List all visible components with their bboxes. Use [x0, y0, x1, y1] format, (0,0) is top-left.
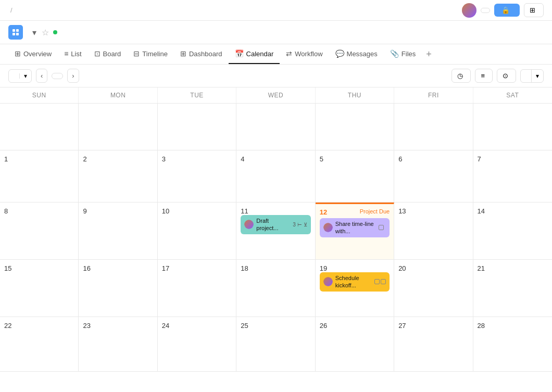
board-icon: ⊡	[94, 49, 101, 58]
cal-cell-dec22[interactable]: 22	[0, 317, 79, 372]
customize-icon: ⊞	[530, 6, 535, 14]
cal-cell-dec9[interactable]: 9	[79, 203, 157, 260]
lock-icon: 🔒	[501, 6, 510, 14]
tab-overview-label: Overview	[23, 50, 52, 58]
toolbar: ▾ ‹ › ◷ ≡ ⊙ ▾	[0, 65, 552, 87]
next-month-button[interactable]: ›	[67, 69, 79, 83]
share-button[interactable]: 🔒	[494, 4, 520, 17]
tab-dashboard[interactable]: ⊞ Dashboard	[174, 44, 229, 64]
save-view-button[interactable]	[521, 70, 532, 82]
schedule-task-text: Schedule kickoff...	[335, 274, 372, 289]
cal-cell-dec16[interactable]: 16	[79, 260, 157, 317]
cal-cell-dec24[interactable]: 24	[158, 317, 236, 372]
cal-cell-dec26[interactable]: 26	[316, 317, 394, 372]
svg-rect-0	[12, 29, 15, 32]
cal-cell-w0-tue[interactable]	[158, 104, 236, 150]
calendar-week-1: 1 2 3 4 5 6 7	[0, 150, 552, 203]
add-view-button[interactable]: +	[422, 49, 436, 60]
tab-list[interactable]: ≡ List	[58, 44, 87, 64]
day-header-fri: FRI	[394, 87, 473, 103]
cal-cell-dec13[interactable]: 13	[394, 203, 473, 260]
cal-cell-dec12[interactable]: 12 Project Due Share time-line with...	[316, 203, 394, 260]
calendar-icon: 📅	[235, 49, 244, 58]
options-button[interactable]: ⊙	[497, 69, 516, 83]
cal-cell-dec8[interactable]: 8	[0, 203, 79, 260]
cal-cell-dec19[interactable]: 19 Schedule kickoff...	[316, 260, 394, 317]
tab-overview[interactable]: ⊞ Overview	[8, 44, 58, 64]
day-header-tue: TUE	[158, 87, 236, 103]
add-task-button[interactable]: ▾	[8, 69, 32, 83]
cal-cell-dec15[interactable]: 15	[0, 260, 79, 317]
cal-cell-dec21[interactable]: 21	[473, 260, 552, 317]
workflow-icon: ⇄	[286, 49, 292, 58]
overview-icon: ⊞	[15, 49, 21, 58]
day-header-sat: SAT	[473, 87, 552, 103]
avatar-img-draft	[244, 220, 254, 229]
cal-cell-dec18[interactable]: 18	[236, 260, 315, 317]
cal-cell-dec14[interactable]: 14	[473, 203, 552, 260]
draft-pin-icon: ⊻	[304, 222, 307, 227]
breadcrumb: /	[8, 6, 12, 14]
draft-subtask-icon: ⊢	[297, 222, 302, 227]
cal-cell-dec27[interactable]: 27	[394, 317, 473, 372]
filter-button[interactable]: ≡	[475, 69, 493, 83]
tab-workflow[interactable]: ⇄ Workflow	[280, 44, 329, 64]
task-card-schedule[interactable]: Schedule kickoff...	[320, 272, 390, 292]
schedule-icon-1	[374, 279, 380, 284]
svg-rect-3	[16, 33, 19, 35]
cal-cell-dec6[interactable]: 6	[394, 150, 473, 203]
cal-cell-w0-thu[interactable]	[316, 104, 394, 150]
tab-messages[interactable]: 💬 Messages	[329, 44, 384, 64]
tab-messages-label: Messages	[347, 50, 378, 58]
task-card-draft[interactable]: Draft project... 3 ⊢ ⊻	[241, 215, 310, 234]
filter-icon: ≡	[481, 72, 485, 80]
task-card-share[interactable]: Share time-line with...	[320, 218, 390, 237]
tab-calendar[interactable]: 📅 Calendar	[229, 44, 280, 64]
calendar-header: SUN MON TUE WED THU FRI SAT	[0, 87, 552, 104]
day-header-thu: THU	[316, 87, 394, 103]
add-task-dropdown[interactable]: ▾	[20, 70, 31, 82]
cal-cell-dec2[interactable]: 2	[79, 150, 157, 203]
add-task-main[interactable]	[9, 73, 20, 79]
customize-button[interactable]: ⊞	[524, 3, 544, 17]
months-button[interactable]: ◷	[451, 69, 471, 83]
tab-board[interactable]: ⊡ Board	[88, 44, 128, 64]
toolbar-left: ▾ ‹ ›	[8, 69, 83, 83]
star-button[interactable]: ☆	[42, 28, 49, 37]
calendar-week-2: 8 9 10 11 Draft project... 3 ⊢ ⊻ 12 Pro	[0, 203, 552, 260]
more-button[interactable]	[481, 8, 490, 13]
cal-cell-w0-sat[interactable]	[473, 104, 552, 150]
cal-cell-dec1[interactable]: 1	[0, 150, 79, 203]
project-icon	[8, 25, 23, 40]
cal-cell-dec28[interactable]: 28	[473, 317, 552, 372]
tab-timeline-label: Timeline	[142, 50, 168, 58]
save-view-dropdown[interactable]: ▾	[532, 70, 543, 82]
avatar[interactable]	[462, 3, 476, 18]
cal-cell-dec5[interactable]: 5	[316, 150, 394, 203]
cal-cell-dec10[interactable]: 10	[158, 203, 236, 260]
schedule-task-icons	[374, 279, 386, 284]
avatar-img-share	[323, 223, 333, 232]
cal-cell-dec11[interactable]: 11 Draft project... 3 ⊢ ⊻	[236, 203, 315, 260]
cal-cell-w0-mon[interactable]	[79, 104, 157, 150]
today-button[interactable]	[52, 73, 63, 79]
cal-cell-dec17[interactable]: 17	[158, 260, 236, 317]
prev-month-button[interactable]: ‹	[36, 69, 47, 83]
status-badge[interactable]	[53, 30, 60, 34]
tab-files[interactable]: 📎 Files	[384, 44, 422, 64]
save-view-wrap: ▾	[520, 69, 544, 83]
title-dropdown-button[interactable]: ▾	[31, 27, 37, 39]
cal-cell-w0-fri[interactable]	[394, 104, 473, 150]
cal-cell-dec4[interactable]: 4	[236, 150, 315, 203]
calendar-week-3: 15 16 17 18 19 Schedule kickoff... 20 21	[0, 260, 552, 317]
cal-cell-w0-wed[interactable]	[236, 104, 315, 150]
status-dot	[53, 30, 57, 34]
cal-cell-dec7[interactable]: 7	[473, 150, 552, 203]
toolbar-right: ◷ ≡ ⊙ ▾	[451, 69, 544, 83]
cal-cell-w0-sun[interactable]	[0, 104, 79, 150]
cal-cell-dec20[interactable]: 20	[394, 260, 473, 317]
cal-cell-dec3[interactable]: 3	[158, 150, 236, 203]
cal-cell-dec25[interactable]: 25	[236, 317, 315, 372]
cal-cell-dec23[interactable]: 23	[79, 317, 157, 372]
tab-timeline[interactable]: ⊟ Timeline	[127, 44, 174, 64]
